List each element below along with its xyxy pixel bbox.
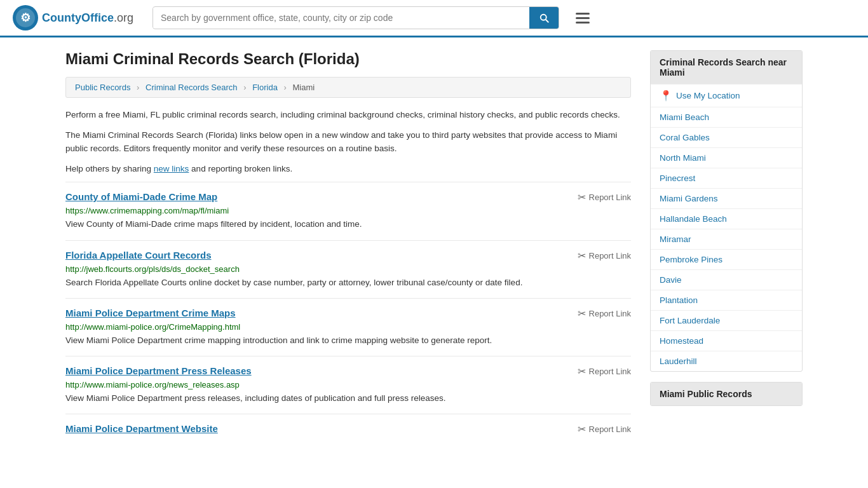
search-input[interactable]	[153, 8, 529, 28]
content-area: Miami Criminal Records Search (Florida) …	[65, 50, 631, 447]
description-1: Perform a free Miami, FL public criminal…	[65, 108, 631, 122]
result-desc: Search Florida Appellate Courts online d…	[65, 276, 631, 289]
sidebar-item-north-miami[interactable]: North Miami	[651, 147, 802, 168]
sidebar-item-use-my-location[interactable]: 📍 Use My Location	[651, 84, 802, 107]
result-item: County of Miami-Dade Crime Map ✂ Report …	[65, 182, 631, 240]
result-desc: View County of Miami-Dade crime maps fil…	[65, 218, 631, 231]
breadcrumb-florida[interactable]: Florida	[252, 83, 278, 92]
use-my-location-link[interactable]: Use My Location	[676, 91, 740, 100]
result-title[interactable]: Miami Police Department Crime Maps	[65, 308, 236, 318]
new-links-link[interactable]: new links	[154, 164, 189, 173]
description-2: The Miami Criminal Records Search (Flori…	[65, 128, 631, 156]
sidebar-item-miami-beach[interactable]: Miami Beach	[651, 107, 802, 127]
sidebar-item-coral-gables[interactable]: Coral Gables	[651, 127, 802, 147]
sidebar-section-header: Criminal Records Search near Miami	[651, 51, 802, 84]
sidebar: Criminal Records Search near Miami 📍 Use…	[650, 50, 803, 447]
sidebar-item-pembroke-pines[interactable]: Pembroke Pines	[651, 249, 802, 269]
result-url[interactable]: http://www.miami-police.org/news_release…	[65, 380, 631, 390]
report-link-button[interactable]: ✂ Report Link	[578, 423, 631, 435]
result-url[interactable]: https://www.crimemapping.com/map/fl/miam…	[65, 206, 631, 215]
result-header: Miami Police Department Crime Maps ✂ Rep…	[65, 308, 631, 320]
result-title[interactable]: Miami Police Department Website	[65, 423, 218, 434]
report-link-icon: ✂	[578, 250, 586, 262]
report-link-icon: ✂	[578, 423, 586, 435]
svg-text:⚙: ⚙	[20, 11, 31, 24]
sidebar-item-miami-gardens[interactable]: Miami Gardens	[651, 188, 802, 208]
sidebar-item-fort-lauderdale[interactable]: Fort Lauderdale	[651, 310, 802, 330]
logo-text: CountyOffice.org	[42, 11, 133, 25]
result-header: Miami Police Department Website ✂ Report…	[65, 423, 631, 435]
result-item: Miami Police Department Press Releases ✂…	[65, 356, 631, 414]
hamburger-line	[576, 17, 590, 19]
sidebar-item-miramar[interactable]: Miramar	[651, 229, 802, 249]
location-pin-icon: 📍	[660, 90, 672, 102]
logo-area: ⚙ CountyOffice.org	[13, 5, 140, 30]
result-desc: View Miami Police Department press relea…	[65, 392, 631, 405]
sidebar-section-public-records: Miami Public Records	[650, 382, 803, 406]
result-header: County of Miami-Dade Crime Map ✂ Report …	[65, 191, 631, 203]
hamburger-button[interactable]	[572, 9, 593, 27]
result-item: Miami Police Department Website ✂ Report…	[65, 414, 631, 447]
site-header: ⚙ CountyOffice.org	[0, 0, 868, 37]
sidebar-item-pinecrest[interactable]: Pinecrest	[651, 168, 802, 188]
breadcrumb-miami: Miami	[292, 83, 315, 92]
search-bar	[153, 6, 559, 29]
breadcrumb: Public Records › Criminal Records Search…	[65, 77, 631, 98]
report-link-button[interactable]: ✂ Report Link	[578, 365, 631, 377]
hamburger-line	[576, 13, 590, 15]
result-title[interactable]: Miami Police Department Press Releases	[65, 365, 252, 376]
page-title: Miami Criminal Records Search (Florida)	[65, 50, 631, 68]
report-link-button[interactable]: ✂ Report Link	[578, 191, 631, 203]
result-item: Florida Appellate Court Records ✂ Report…	[65, 240, 631, 298]
search-icon	[538, 12, 550, 24]
sidebar-public-records-header: Miami Public Records	[651, 383, 802, 405]
report-link-icon: ✂	[578, 365, 586, 377]
sidebar-item-homestead[interactable]: Homestead	[651, 330, 802, 351]
report-link-icon: ✂	[578, 191, 586, 203]
logo-icon: ⚙	[13, 5, 38, 30]
result-title[interactable]: County of Miami-Dade Crime Map	[65, 191, 217, 202]
result-header: Florida Appellate Court Records ✂ Report…	[65, 250, 631, 262]
breadcrumb-criminal-records-search[interactable]: Criminal Records Search	[146, 83, 238, 92]
breadcrumb-public-records[interactable]: Public Records	[75, 83, 130, 92]
result-title[interactable]: Florida Appellate Court Records	[65, 250, 211, 261]
result-header: Miami Police Department Press Releases ✂…	[65, 365, 631, 377]
report-link-button[interactable]: ✂ Report Link	[578, 308, 631, 320]
result-url[interactable]: http://jweb.flcourts.org/pls/ds/ds_docke…	[65, 264, 631, 274]
sidebar-item-davie[interactable]: Davie	[651, 269, 802, 290]
sidebar-item-plantation[interactable]: Plantation	[651, 290, 802, 310]
sidebar-section-nearby: Criminal Records Search near Miami 📍 Use…	[650, 50, 803, 372]
report-link-button[interactable]: ✂ Report Link	[578, 250, 631, 262]
search-button[interactable]	[529, 7, 559, 29]
result-item: Miami Police Department Crime Maps ✂ Rep…	[65, 298, 631, 356]
main-container: Miami Criminal Records Search (Florida) …	[53, 37, 815, 459]
report-link-icon: ✂	[578, 308, 586, 320]
result-desc: View Miami Police Department crime mappi…	[65, 334, 631, 347]
sidebar-item-hallandale-beach[interactable]: Hallandale Beach	[651, 208, 802, 229]
sidebar-item-lauderhill[interactable]: Lauderhill	[651, 351, 802, 371]
result-url[interactable]: http://www.miami-police.org/CrimeMapping…	[65, 322, 631, 332]
hamburger-line	[576, 22, 590, 24]
description-3: Help others by sharing new links and rep…	[65, 162, 631, 176]
